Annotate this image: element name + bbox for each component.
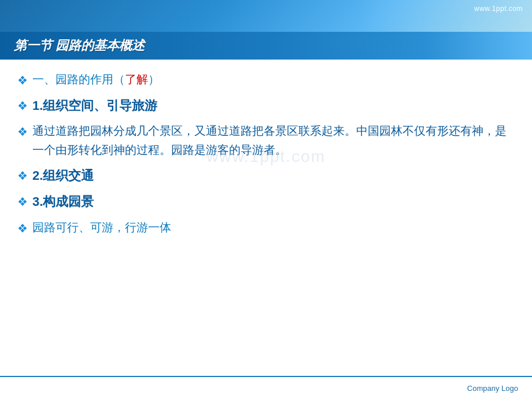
list-item: ❖ 一、园路的作用（了解） — [17, 70, 509, 90]
list-item: ❖ 园路可行、可游，行游一体 — [17, 218, 509, 238]
bottom-bar: Company Logo — [0, 376, 532, 399]
company-logo: Company Logo — [467, 384, 518, 393]
item-text-5: 3.构成园景 — [32, 191, 94, 212]
item-text-1-normal2: ） — [148, 73, 160, 86]
bullet-icon: ❖ — [17, 219, 28, 238]
bullet-icon: ❖ — [17, 71, 28, 90]
item-paragraph-3: 通过道路把园林分成几个景区，又通过道路把各景区联系起来。中国园林不仅有形还有神，… — [32, 121, 509, 160]
item-text-3: 通过道路把园林分成几个景区，又通过道路把各景区联系起来。中国园林不仅有形还有神，… — [32, 124, 507, 156]
bullet-icon: ❖ — [17, 167, 28, 185]
item-text-1-normal: 一、园路的作用（ — [32, 73, 125, 86]
bullet-icon: ❖ — [17, 123, 28, 141]
item-text-6: 园路可行、可游，行游一体 — [32, 218, 171, 237]
list-item: ❖ 1.组织空间、引导旅游 — [17, 95, 509, 116]
item-text-1: 一、园路的作用（了解） — [32, 70, 160, 88]
list-item: ❖ 3.构成园景 — [17, 191, 509, 212]
bullet-icon: ❖ — [17, 193, 28, 211]
top-decorative-area: www.1ppt.com — [0, 0, 532, 32]
item-text-1-red: 了解 — [125, 73, 148, 86]
bullet-icon: ❖ — [17, 97, 28, 115]
item-text-4: 2.组织交通 — [32, 165, 94, 186]
item-text-2: 1.组织空间、引导旅游 — [32, 95, 157, 116]
page-title: 第一节 园路的基本概述 — [14, 37, 145, 54]
title-bar: 第一节 园路的基本概述 — [0, 32, 532, 60]
content-area: www.1ppt.com ❖ 一、园路的作用（了解） ❖ 1.组织空间、引导旅游… — [0, 60, 532, 254]
list-item: ❖ 2.组织交通 — [17, 165, 509, 186]
list-item: ❖ 通过道路把园林分成几个景区，又通过道路把各景区联系起来。中国园林不仅有形还有… — [17, 121, 509, 160]
website-label: www.1ppt.com — [474, 5, 523, 13]
